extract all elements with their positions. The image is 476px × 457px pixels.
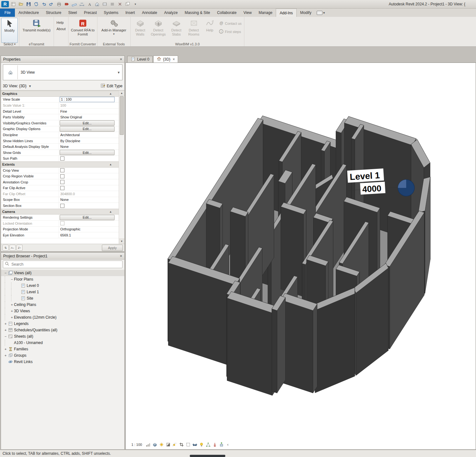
edit-type-button[interactable]: Edit Type (100, 83, 122, 89)
ribbon-tab-collaborate[interactable]: Collaborate (214, 9, 240, 17)
tree-expander[interactable]: + (10, 309, 14, 313)
property-value-cell[interactable] (59, 179, 119, 185)
measure-icon[interactable] (71, 1, 77, 7)
property-value[interactable]: None (59, 198, 69, 202)
tag-icon[interactable] (63, 1, 70, 7)
panel-label-select[interactable]: Select▾ (0, 42, 19, 46)
sort-ascending-icon[interactable]: ⇅ (3, 245, 9, 251)
tree-item-site[interactable]: Site (1, 295, 124, 301)
text-note-icon[interactable]: A (86, 1, 93, 7)
tree-expander[interactable]: + (3, 328, 8, 332)
collapse-icon[interactable]: ▲ (109, 210, 112, 213)
ribbon-tab-add-ins[interactable]: Add-Ins (276, 9, 296, 17)
help-button[interactable]: Help (203, 18, 216, 33)
open-icon[interactable] (18, 1, 24, 7)
print-icon[interactable] (56, 1, 62, 7)
search-box[interactable] (3, 261, 122, 268)
ribbon-tab-view[interactable]: View (240, 9, 255, 17)
tree-item-elevations-12mm-circle[interactable]: +Elevations (12mm Circle) (1, 314, 124, 321)
scroll-thumb[interactable] (120, 96, 124, 135)
property-value[interactable]: 304800.0 (59, 192, 75, 196)
tree-item-revit-links[interactable]: Revit Links (1, 359, 124, 365)
contact-us-button[interactable]: @Contact us (217, 20, 243, 27)
view-tab-level-0[interactable]: Level 0 (127, 56, 153, 63)
detect-slabs-button[interactable]: Detect Slabs (168, 18, 185, 37)
view-selector-value[interactable]: 3D View: {3D} (3, 84, 27, 88)
edit-button[interactable]: Edit... (60, 215, 115, 220)
first-steps-button[interactable]: iFirst steps (217, 29, 243, 35)
ribbon-tab-systems[interactable]: Systems (100, 9, 122, 17)
view-tab-3d[interactable]: {3D}× (153, 56, 178, 63)
property-value[interactable]: By Discipline (59, 139, 80, 143)
about-button[interactable]: About (55, 27, 67, 31)
property-value[interactable]: Show Original (59, 115, 82, 119)
convert-rfa-to-formit-button[interactable]: RConvert RFA to FormIt (70, 18, 96, 37)
sync-icon[interactable] (33, 1, 39, 7)
tree-item-a100-unnamed[interactable]: A100 - Unnamed (1, 340, 124, 346)
3d-model-view[interactable]: Level 14000 (126, 63, 476, 449)
property-value-cell[interactable] (59, 156, 119, 162)
file-grid-icon[interactable] (10, 1, 17, 7)
property-group-camera[interactable]: Camera▲ (1, 209, 119, 215)
ribbon-tab-structure[interactable]: Structure (42, 9, 65, 17)
ribbon-tab-annotate[interactable]: Annotate (138, 9, 161, 17)
sort-group-icon[interactable]: Z↑ (17, 245, 23, 251)
property-value-cell[interactable]: Edit... (59, 215, 119, 220)
switch-windows-icon[interactable] (124, 1, 131, 7)
property-value-cell[interactable]: Architectural (59, 132, 119, 138)
property-value[interactable]: Architectural (59, 133, 80, 137)
tree-expander[interactable]: − (3, 271, 8, 275)
checkbox[interactable] (60, 186, 64, 190)
property-value-cell[interactable]: 100 (59, 103, 119, 108)
tree-item-families[interactable]: +Families (1, 346, 124, 352)
tree-item-3d-views[interactable]: +3D Views (1, 308, 124, 314)
project-browser-close-icon[interactable]: × (120, 254, 122, 258)
redo-icon[interactable] (48, 1, 55, 7)
tree-item-groups[interactable]: +Groups (1, 352, 124, 359)
revit-logo-icon[interactable]: R (1, 1, 9, 7)
ribbon-tab-manage[interactable]: Manage (255, 9, 276, 17)
sun-settings-icon[interactable] (159, 442, 164, 447)
edit-button[interactable]: Edit... (60, 126, 115, 132)
show-crop-region-icon[interactable] (186, 442, 191, 447)
ribbon-tab-insert[interactable]: Insert (122, 9, 138, 17)
scroll-down-icon[interactable]: ▼ (119, 239, 124, 244)
checkbox[interactable] (60, 174, 64, 178)
help-button[interactable]: Help (55, 20, 67, 25)
reveal-constraints-icon[interactable] (212, 442, 218, 447)
property-value-cell[interactable]: 304800.0 (59, 191, 119, 197)
add-in-manager-button[interactable]: Add-in Manager▾ (99, 18, 129, 36)
apply-button[interactable]: Apply (102, 245, 123, 251)
tree-expander[interactable]: + (3, 354, 8, 357)
modify-button[interactable]: Modify (1, 18, 18, 43)
property-value-cell[interactable]: Edit... (59, 150, 119, 156)
property-value-cell[interactable]: Edit... (59, 126, 119, 132)
tree-item-level-0[interactable]: Level 0 (1, 282, 124, 289)
tree-expander[interactable]: + (10, 303, 14, 307)
ribbon-tab-steel[interactable]: Steel (65, 9, 80, 17)
tree-item-floor-plans[interactable]: −Floor Plans (1, 276, 124, 282)
value-combo[interactable]: 1 : 100 (60, 97, 115, 102)
properties-scrollbar[interactable]: ▲ ▼ (119, 91, 124, 244)
property-value-cell[interactable]: Edit... (59, 120, 119, 126)
property-value[interactable]: None (59, 145, 69, 149)
property-value[interactable]: 100 (59, 103, 66, 107)
customize-qat-icon[interactable]: ▼ (132, 1, 138, 7)
property-value[interactable]: Fine (59, 109, 67, 113)
type-selector[interactable]: 3D View ▼ (1, 63, 124, 82)
analytical-model-icon[interactable] (206, 442, 211, 447)
property-group-graphics[interactable]: Graphics▲ (1, 91, 119, 97)
dimension-icon[interactable] (79, 1, 85, 7)
modify-options-icon[interactable]: ▾ (317, 9, 325, 17)
tree-expander[interactable]: + (3, 322, 8, 326)
property-value-cell[interactable]: 6569.1 (59, 232, 119, 238)
ribbon-tab-architecture[interactable]: Architecture (15, 9, 42, 17)
type-selector-box[interactable]: 3D View ▼ (3, 64, 122, 80)
tree-item-views-all[interactable]: −Views (all) (1, 270, 124, 276)
tree-item-legends[interactable]: +Legends (1, 321, 124, 327)
ribbon-tab-precast[interactable]: Precast (80, 9, 100, 17)
ribbon-tab-massing-site[interactable]: Massing & Site (181, 9, 214, 17)
property-value[interactable]: Orthographic (59, 227, 81, 231)
checkbox[interactable] (60, 168, 64, 172)
property-value-cell[interactable] (59, 203, 119, 209)
